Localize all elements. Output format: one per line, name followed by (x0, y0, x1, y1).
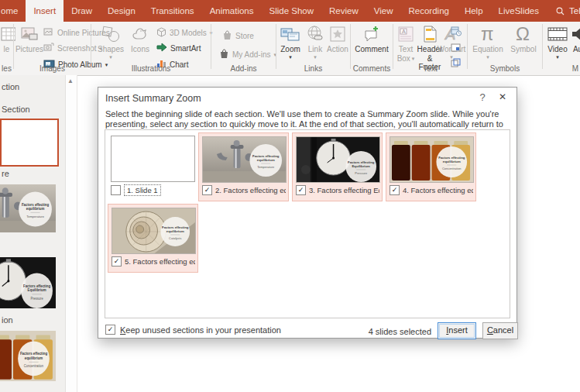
tab-animations[interactable]: Animations (202, 0, 262, 22)
slides-selected-status: 4 slides selected (369, 327, 431, 336)
illustrations-group-label: Illustrations (91, 64, 211, 73)
slide-5-label: 5. Factors effecting equilibri... (125, 257, 195, 266)
slide-2-thumbnail[interactable]: Factors effecting equilibrium Temperatur… (202, 136, 287, 183)
header-footer-icon (422, 24, 438, 44)
my-addins-button: My Add-ins ▾ (219, 47, 276, 61)
table-button: le (0, 24, 13, 53)
slide-thumbnail-2[interactable]: Factors effecting equilibrium Temperatur… (0, 184, 56, 232)
smartart-button[interactable]: SmartArt (156, 41, 201, 55)
slide-card-3[interactable]: Factors effecting Equilibrium Pressure ✓… (292, 132, 383, 201)
section-header-fragment[interactable]: ction (2, 82, 19, 91)
video-label: Video (547, 45, 567, 53)
tab-help[interactable]: Help (457, 0, 491, 22)
tab-view[interactable]: View (366, 0, 401, 22)
zoom-label: Zoom (280, 45, 300, 53)
help-button[interactable]: ? (476, 91, 489, 103)
slide-1-checkbox[interactable] (111, 185, 121, 195)
ribbon-group-links: Zoom ▾ Link ▾ Action Links (276, 22, 350, 74)
screenshot-icon (43, 43, 54, 53)
dialog-title: Insert Summary Zoom (105, 93, 201, 104)
text-group-label: Text (393, 64, 467, 73)
slide-4-thumbnail[interactable]: Factors effecting equilibrium Concentrat… (390, 136, 474, 183)
svg-text:π: π (481, 24, 494, 44)
svg-text:Ω: Ω (516, 24, 530, 44)
my-addins-label: My Add-ins (232, 50, 270, 59)
audio-button[interactable]: Au (572, 24, 580, 53)
ribbon-group-tables: le les (0, 22, 13, 74)
images-group-label: Images (14, 64, 91, 73)
slide-5-checkbox[interactable]: ✓ (112, 256, 122, 266)
action-label: Action (327, 45, 348, 53)
insert-button[interactable]: Insert (438, 322, 476, 339)
icons-button: Icons (129, 24, 152, 53)
cancel-button[interactable]: Cancel (482, 322, 518, 339)
close-icon[interactable]: ✕ (496, 91, 509, 102)
media-group-label: M (543, 64, 578, 73)
thumb-circle-subtitle: Pressure (355, 171, 368, 175)
equation-label: Equation (472, 45, 503, 53)
thumb-circle-subtitle: Concentration (442, 167, 462, 170)
smartart-icon (156, 43, 167, 53)
slide-card-5[interactable]: Factors effecting equilibrium Catalysts … (108, 204, 198, 273)
video-button[interactable]: Video ▾ (546, 24, 569, 60)
symbol-button: Ω Symbol (508, 24, 539, 53)
ribbon-group-symbols: π Equation ▾ Ω Symbol Symbols (468, 22, 542, 74)
tab-liveslides[interactable]: LiveSlides (491, 0, 547, 22)
tab-slide-show[interactable]: Slide Show (262, 0, 322, 22)
section-header-fragment[interactable]: ion (2, 315, 13, 325)
slide-number-icon (451, 43, 461, 53)
slide-1-thumbnail[interactable] (111, 136, 195, 182)
tab-draw[interactable]: Draw (63, 0, 100, 22)
action-star-icon (329, 24, 346, 44)
section-header-fragment[interactable]: re (2, 169, 9, 178)
chevron-down-icon: ▾ (486, 54, 489, 60)
pictures-label: Pictures (15, 45, 43, 53)
thumb-circle-text: Equilibrium (28, 288, 46, 292)
section-header-fragment[interactable]: Section (2, 105, 30, 114)
date-time-button[interactable] (451, 25, 462, 39)
tab-transitions[interactable]: Transitions (143, 0, 202, 22)
zoom-button[interactable]: Zoom ▾ (278, 24, 303, 60)
slide-3-thumbnail[interactable]: Factors effecting Equilibrium Pressure (296, 136, 380, 183)
slide-5-thumbnail[interactable]: Factors effecting equilibrium Catalysts (112, 208, 196, 254)
slide-panel-scrollbar[interactable]: ▲ (65, 75, 77, 392)
3d-cube-icon (156, 27, 166, 39)
thumb-circle-subtitle: Temperature (26, 215, 44, 218)
comment-bubble-icon (362, 24, 381, 44)
tab-recording[interactable]: Recording (401, 0, 457, 22)
slide-2-checkbox[interactable]: ✓ (202, 185, 212, 195)
slide-card-4[interactable]: Factors effecting equilibrium Concentrat… (386, 132, 476, 201)
link-label: Link (308, 45, 322, 53)
3d-models-label: 3D Models (170, 29, 207, 37)
slide-thumbnail-1-selected[interactable] (0, 119, 59, 167)
comment-button[interactable]: Comment (354, 24, 390, 53)
slide-4-checkbox[interactable]: ✓ (390, 185, 400, 195)
chevron-down-icon: ▾ (109, 54, 112, 60)
tab-review[interactable]: Review (321, 0, 366, 22)
thumb-circle-text: equilibrium (443, 160, 461, 163)
ribbon-tab-bar: ome Insert Draw Design Transitions Anima… (0, 0, 580, 22)
keep-unused-sections-checkbox[interactable]: ✓ Keep unused sections in your presentat… (105, 325, 281, 335)
slide-3-checkbox[interactable]: ✓ (296, 185, 306, 195)
slide-thumbnail-3[interactable]: Factors effecting Equilibrium Pressure (0, 257, 56, 308)
slide-card-1[interactable]: 1. Slide 1 (108, 132, 197, 200)
tab-insert[interactable]: Insert (26, 0, 63, 22)
slide-2-label: 2. Factors effecting equilibri... (215, 186, 286, 194)
ribbon: le les Pictures Online Pictures Screensh… (0, 22, 580, 76)
chevron-up-icon[interactable]: ▲ (67, 77, 74, 84)
slide-card-2[interactable]: Factors effecting equilibrium Temperatur… (198, 132, 289, 201)
thumb-circle-text: equilibrium (25, 356, 43, 360)
tab-design[interactable]: Design (100, 0, 143, 22)
tell-me-search[interactable]: Tell me what you want to do (556, 0, 580, 22)
tab-home[interactable]: ome (0, 0, 26, 22)
slide-selection-area: 1. Slide 1 Factors effecting equilibrium… (105, 129, 510, 318)
icons-icon (131, 24, 149, 44)
symbol-label: Symbol (510, 45, 536, 53)
video-film-icon (547, 24, 568, 44)
slide-number-button[interactable] (451, 41, 461, 55)
thumb-circle-text: equilibrium (257, 158, 275, 162)
thumb-circle-subtitle: Temperature (257, 165, 275, 169)
slide-thumbnail-4[interactable]: Factors effecting equilibrium Concentrat… (0, 331, 56, 381)
chevron-down-icon: ▾ (556, 54, 559, 60)
keep-checkbox-box[interactable]: ✓ (105, 325, 115, 335)
